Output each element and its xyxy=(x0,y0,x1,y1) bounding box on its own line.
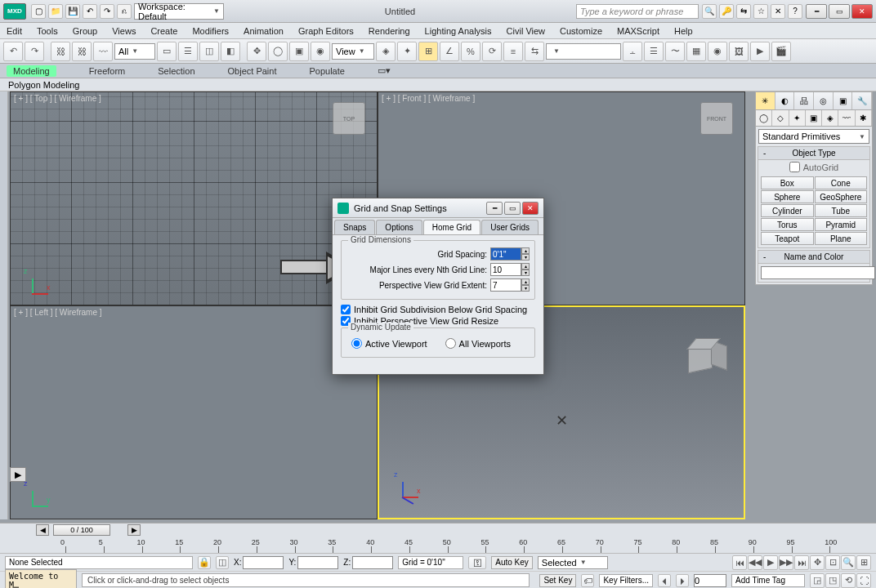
spinner-snap-icon[interactable]: ⟳ xyxy=(482,42,502,61)
unlink-tb-icon[interactable]: ⛓̷ xyxy=(72,42,92,61)
timecfg-next-icon[interactable]: ⏵ xyxy=(676,574,689,587)
ref-coord-combo[interactable]: View▼ xyxy=(332,43,374,60)
selection-filter-combo[interactable]: All▼ xyxy=(114,43,155,60)
dialog-min-button[interactable]: ━ xyxy=(486,202,503,215)
nav6-icon[interactable]: ◳ xyxy=(825,573,840,588)
select-region-icon[interactable]: ◫ xyxy=(199,42,219,61)
bind-tb-icon[interactable]: 〰 xyxy=(93,42,113,61)
lights-icon[interactable]: ✦ xyxy=(789,110,806,126)
vp-left-label[interactable]: [ + ] [ Left ] [ Wireframe ] xyxy=(14,308,102,317)
rotate-icon[interactable]: ◯ xyxy=(268,42,288,61)
menu-edit[interactable]: Edit xyxy=(7,26,22,36)
maxscript-mini[interactable]: Welcome to M… xyxy=(5,569,77,589)
app-icon[interactable]: MXD xyxy=(3,3,26,20)
autogrid-check[interactable] xyxy=(789,162,800,172)
geometry-icon[interactable]: ◯ xyxy=(756,110,772,126)
motion-tab-icon[interactable]: ◎ xyxy=(814,92,834,109)
isolate-icon[interactable]: ◫ xyxy=(216,556,229,569)
create-tab-icon[interactable]: ✳ xyxy=(756,92,775,109)
render-setup-icon[interactable]: 🖼 xyxy=(729,42,749,61)
menu-civilview[interactable]: Civil View xyxy=(507,26,545,36)
inhibit-subdiv-check[interactable] xyxy=(341,305,351,314)
keyfilter-icon[interactable]: 🏷 xyxy=(581,574,594,587)
menu-help[interactable]: Help xyxy=(674,26,693,36)
menu-tools[interactable]: Tools xyxy=(37,26,58,36)
y-coord-input[interactable] xyxy=(297,556,338,569)
minimize-button[interactable]: ━ xyxy=(806,4,827,19)
help-search[interactable]: Type a keyword or phrase xyxy=(576,4,699,19)
time-slider[interactable]: 0 / 100 xyxy=(53,524,110,536)
maximize-button[interactable]: ▭ xyxy=(829,4,850,19)
window-cross-icon[interactable]: ◧ xyxy=(221,42,240,61)
major-lines-input[interactable] xyxy=(490,263,521,276)
ribbon-objectpaint[interactable]: Object Paint xyxy=(228,66,277,76)
vp-top-label[interactable]: [ + ] [ Top ] [ Wireframe ] xyxy=(14,94,101,103)
viewcube-top[interactable]: TOP xyxy=(333,102,365,135)
name-color-header[interactable]: Name and Color xyxy=(758,251,869,264)
menu-animation[interactable]: Animation xyxy=(244,26,284,36)
box-button[interactable]: Box xyxy=(761,176,814,189)
ribbon-populate[interactable]: Populate xyxy=(309,66,344,76)
pyramid-button[interactable]: Pyramid xyxy=(815,218,868,231)
ribbon-selection[interactable]: Selection xyxy=(158,66,194,76)
spacewarps-icon[interactable]: 〰 xyxy=(838,110,855,126)
next-frame-icon[interactable]: ▶▶ xyxy=(779,555,793,570)
menu-group[interactable]: Group xyxy=(73,26,98,36)
percent-snap-icon[interactable]: % xyxy=(461,42,480,61)
search-icon[interactable]: 🔍 xyxy=(702,4,717,19)
menu-rendering[interactable]: Rendering xyxy=(369,26,410,36)
mirror-icon[interactable]: ⇆ xyxy=(525,42,544,61)
cone-button[interactable]: Cone xyxy=(815,176,868,189)
signin-icon[interactable]: 🔑 xyxy=(719,4,734,19)
dialog-max-button[interactable]: ▭ xyxy=(504,202,521,215)
viewport-play-icon[interactable]: ▶ xyxy=(10,467,26,482)
goto-end-icon[interactable]: ⏭ xyxy=(794,555,809,570)
pivot-icon[interactable]: ◈ xyxy=(376,42,396,61)
nav5-icon[interactable]: ◲ xyxy=(810,573,825,588)
dialog-close-button[interactable]: ✕ xyxy=(522,202,539,215)
ribbon-modeling[interactable]: Modeling xyxy=(7,65,56,77)
object-name-input[interactable] xyxy=(761,266,875,279)
systems-icon[interactable]: ✱ xyxy=(856,110,872,126)
persp-extent-input[interactable] xyxy=(490,278,521,292)
object-type-header[interactable]: Object Type xyxy=(758,147,869,160)
tab-snaps[interactable]: Snaps xyxy=(334,220,375,234)
align-icon[interactable]: ⫠ xyxy=(623,42,642,61)
angle-snap-icon[interactable]: ∠ xyxy=(440,42,459,61)
shapes-icon[interactable]: ◇ xyxy=(772,110,789,126)
select-icon[interactable]: ▭ xyxy=(157,42,177,61)
primitive-type-combo[interactable]: Standard Primitives▼ xyxy=(758,129,869,144)
timeline-ruler[interactable]: 0 5 10 15 20 25 30 35 40 45 50 55 60 65 … xyxy=(0,537,876,553)
geosphere-button[interactable]: GeoSphere xyxy=(815,190,868,203)
slider-next[interactable]: ▶ xyxy=(127,524,141,536)
menu-create[interactable]: Create xyxy=(150,26,177,36)
workspace-combo[interactable]: Workspace: Default ▼ xyxy=(134,3,224,20)
nav3-icon[interactable]: 🔍 xyxy=(841,555,856,570)
viewcube-front[interactable]: FRONT xyxy=(700,102,733,135)
select-name-icon[interactable]: ☰ xyxy=(178,42,198,61)
active-viewport-radio[interactable] xyxy=(351,338,362,349)
render-prod-icon[interactable]: 🎬 xyxy=(771,42,791,61)
tab-usergrids[interactable]: User Grids xyxy=(481,220,539,234)
open-icon[interactable]: 📁 xyxy=(48,4,63,19)
tab-options[interactable]: Options xyxy=(376,220,422,234)
timecfg-prev-icon[interactable]: ⏴ xyxy=(658,574,671,587)
play-icon[interactable]: ▶ xyxy=(763,555,778,570)
move-icon[interactable]: ✥ xyxy=(247,42,266,61)
viewport-left[interactable]: [ + ] [ Left ] [ Wireframe ] zy xyxy=(10,305,378,519)
vp-front-label[interactable]: [ + ] [ Front ] [ Wireframe ] xyxy=(382,94,475,103)
menu-maxscript[interactable]: MAXScript xyxy=(617,26,659,36)
utilities-tab-icon[interactable]: 🔧 xyxy=(852,92,872,109)
menu-customize[interactable]: Customize xyxy=(560,26,602,36)
z-coord-input[interactable] xyxy=(352,556,393,569)
hierarchy-tab-icon[interactable]: 品 xyxy=(794,92,814,109)
close-button[interactable]: ✕ xyxy=(851,4,873,19)
named-sel-icon[interactable]: ≡ xyxy=(503,42,523,61)
key-icon[interactable]: ⚿ xyxy=(468,556,486,569)
major-lines-spinner[interactable]: ▴▾ xyxy=(521,263,530,276)
display-tab-icon[interactable]: ▣ xyxy=(834,92,853,109)
tube-button[interactable]: Tube xyxy=(815,204,868,217)
help-icon[interactable]: ? xyxy=(788,4,802,19)
named-sel-combo[interactable]: ▼ xyxy=(546,43,621,60)
undo-icon[interactable]: ↶ xyxy=(83,4,97,19)
